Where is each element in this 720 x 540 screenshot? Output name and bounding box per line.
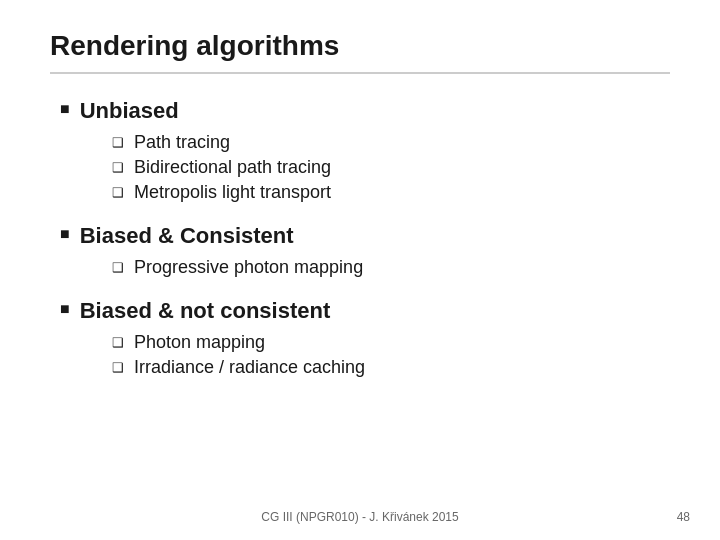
bullet-biased-consistent: ■ xyxy=(60,225,70,243)
list-item: ❑ Metropolis light transport xyxy=(112,182,670,203)
slide-footer: CG III (NPGR010) - J. Křivánek 2015 xyxy=(0,510,720,524)
slide-number: 48 xyxy=(677,510,690,524)
sub-label-metropolis: Metropolis light transport xyxy=(134,182,331,203)
sub-label-progressive: Progressive photon mapping xyxy=(134,257,363,278)
list-item: ❑ Path tracing xyxy=(112,132,670,153)
slide: Rendering algorithms ■ Unbiased ❑ Path t… xyxy=(0,0,720,540)
section-biased-not-consistent: ■ Biased & not consistent ❑ Photon mappi… xyxy=(60,298,670,378)
main-item-unbiased: ■ Unbiased xyxy=(60,98,670,124)
main-item-biased-consistent: ■ Biased & Consistent xyxy=(60,223,670,249)
section-biased-consistent: ■ Biased & Consistent ❑ Progressive phot… xyxy=(60,223,670,278)
slide-title: Rendering algorithms xyxy=(50,30,670,74)
label-biased-consistent: Biased & Consistent xyxy=(80,223,294,249)
bullet-sub-3: ❑ xyxy=(112,185,124,201)
sub-list-unbiased: ❑ Path tracing ❑ Bidirectional path trac… xyxy=(112,132,670,203)
list-item: ❑ Bidirectional path tracing xyxy=(112,157,670,178)
sub-label-photon-mapping: Photon mapping xyxy=(134,332,265,353)
list-item: ❑ Photon mapping xyxy=(112,332,670,353)
label-unbiased: Unbiased xyxy=(80,98,179,124)
sub-label-bidirectional: Bidirectional path tracing xyxy=(134,157,331,178)
sub-list-biased-not-consistent: ❑ Photon mapping ❑ Irradiance / radiance… xyxy=(112,332,670,378)
section-unbiased: ■ Unbiased ❑ Path tracing ❑ Bidirectiona… xyxy=(60,98,670,203)
bullet-unbiased: ■ xyxy=(60,100,70,118)
bullet-sub-4: ❑ xyxy=(112,260,124,276)
main-item-biased-not-consistent: ■ Biased & not consistent xyxy=(60,298,670,324)
bullet-biased-not-consistent: ■ xyxy=(60,300,70,318)
sub-list-biased-consistent: ❑ Progressive photon mapping xyxy=(112,257,670,278)
bullet-sub-2: ❑ xyxy=(112,160,124,176)
bullet-sub-6: ❑ xyxy=(112,360,124,376)
label-biased-not-consistent: Biased & not consistent xyxy=(80,298,331,324)
list-item: ❑ Progressive photon mapping xyxy=(112,257,670,278)
bullet-sub-1: ❑ xyxy=(112,135,124,151)
sub-label-path-tracing: Path tracing xyxy=(134,132,230,153)
sub-label-irradiance: Irradiance / radiance caching xyxy=(134,357,365,378)
slide-content: ■ Unbiased ❑ Path tracing ❑ Bidirectiona… xyxy=(50,98,670,378)
list-item: ❑ Irradiance / radiance caching xyxy=(112,357,670,378)
bullet-sub-5: ❑ xyxy=(112,335,124,351)
